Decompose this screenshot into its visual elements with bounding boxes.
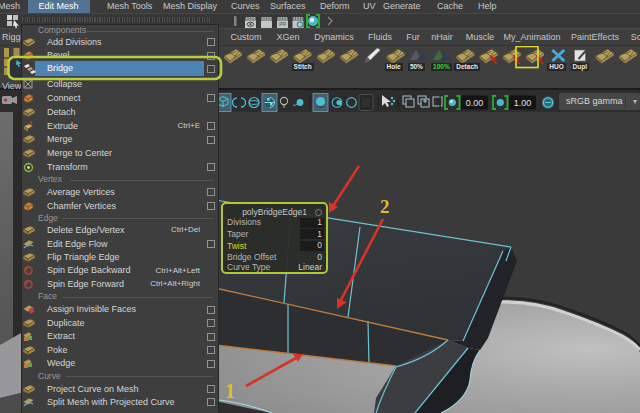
- svg-text:2: 2: [380, 196, 390, 217]
- svg-text:1: 1: [225, 380, 235, 402]
